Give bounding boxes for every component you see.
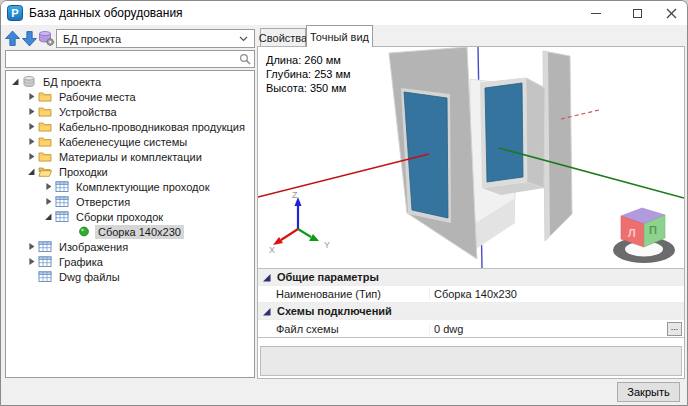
expander-collapsed-icon[interactable] <box>25 136 38 148</box>
browse-button[interactable]: ... <box>667 322 682 336</box>
tree-item-graphics[interactable]: Графика <box>6 254 254 269</box>
maximize-icon <box>633 9 642 18</box>
folder-icon <box>38 105 52 118</box>
expander-collapsed-icon[interactable] <box>25 256 38 268</box>
table-icon <box>55 180 69 193</box>
tree-item-materials[interactable]: Материалы и комплектации <box>6 149 254 164</box>
tree-item-assembly-140x230[interactable]: Сборка 140x230 <box>6 224 254 239</box>
tree-item-penetration-assemblies[interactable]: Сборки проходок <box>6 209 254 224</box>
table-icon <box>38 240 52 253</box>
chevron-down-icon <box>239 36 248 42</box>
table-icon <box>55 210 69 223</box>
tree-item-images[interactable]: Изображения <box>6 239 254 254</box>
tree-item-penetration-components[interactable]: Комплектующие проходок <box>6 179 254 194</box>
expander-collapsed-icon[interactable] <box>25 106 38 118</box>
triad-y-label: Y <box>324 240 330 250</box>
property-group-general[interactable]: Общие параметры <box>258 269 684 286</box>
folder-icon <box>38 90 52 103</box>
property-group-connection-schemes[interactable]: Схемы подключений <box>258 303 684 320</box>
tree-search-box <box>5 50 255 68</box>
maximize-button[interactable] <box>620 1 654 25</box>
property-value[interactable]: Сборка 140x230 <box>429 288 684 300</box>
table-icon <box>55 195 69 208</box>
expander-expanded-icon[interactable] <box>9 76 22 88</box>
minimize-button[interactable] <box>579 1 613 25</box>
cube-left-face-label: Л <box>628 227 636 239</box>
collapse-triangle-icon <box>261 272 273 283</box>
database-settings-button[interactable] <box>37 29 55 47</box>
expander-collapsed-icon[interactable] <box>25 91 38 103</box>
database-tree: БД проекта Рабочие места Устройства Кабе… <box>5 70 255 378</box>
exact-view-tab-page: Z X Y Л П Длина: 260 мм Глубина: 253 мм … <box>257 46 685 379</box>
search-input[interactable] <box>8 52 236 66</box>
property-value[interactable]: 0 dwg <box>429 323 667 335</box>
window-title: База данных оборудования <box>29 6 183 20</box>
property-row-name-type: Наименование (Тип) Сборка 140x230 <box>258 286 684 303</box>
tree-item-cable-products[interactable]: Кабельно-проводниковая продукция <box>6 119 254 134</box>
move-down-button[interactable] <box>21 30 38 47</box>
tab-properties[interactable]: Свойства <box>260 28 306 47</box>
close-window-button[interactable] <box>654 1 688 25</box>
app-icon: P <box>7 5 23 21</box>
tree-item-holes[interactable]: Отверстия <box>6 194 254 209</box>
triad-z-label: Z <box>292 190 298 200</box>
tree-item-penetrations[interactable]: Проходки <box>6 164 254 179</box>
tree-item-workplaces[interactable]: Рабочие места <box>6 89 254 104</box>
expander-collapsed-icon[interactable] <box>42 181 55 193</box>
equipment-database-window: P База данных оборудования БД проекта <box>0 0 688 406</box>
tree-item-db-project[interactable]: БД проекта <box>6 74 254 89</box>
folder-icon <box>38 150 52 163</box>
dimension-height: Высота: 350 мм <box>266 81 351 95</box>
search-icon[interactable] <box>239 53 252 66</box>
triad-x-label: X <box>269 245 275 255</box>
expander-expanded-icon[interactable] <box>42 211 55 223</box>
dimension-length: Длина: 260 мм <box>266 53 351 67</box>
database-icon <box>22 75 36 88</box>
expander-collapsed-icon[interactable] <box>25 151 38 163</box>
dimensions-overlay: Длина: 260 мм Глубина: 253 мм Высота: 35… <box>266 53 351 95</box>
tree-item-dwg-files[interactable]: Dwg файлы <box>6 269 254 284</box>
database-combobox-value: БД проекта <box>63 33 239 45</box>
expander-collapsed-icon[interactable] <box>25 241 38 253</box>
folder-icon <box>38 135 52 148</box>
collapse-triangle-icon <box>261 306 273 317</box>
table-icon <box>38 270 52 283</box>
property-name: Наименование (Тип) <box>258 288 429 300</box>
tree-item-devices[interactable]: Устройства <box>6 104 254 119</box>
property-grid: Общие параметры Наименование (Тип) Сборк… <box>258 268 684 338</box>
cube-right-face-label: П <box>649 224 657 236</box>
open-folder-icon <box>38 165 52 178</box>
selected-tree-label: Сборка 140x230 <box>95 225 184 239</box>
folder-icon <box>38 120 52 133</box>
database-combobox[interactable]: БД проекта <box>56 29 255 48</box>
dimension-depth: Глубина: 253 мм <box>266 67 351 81</box>
expander-expanded-icon[interactable] <box>25 166 38 178</box>
move-up-button[interactable] <box>4 30 21 47</box>
tab-exact-view[interactable]: Точный вид <box>306 25 373 47</box>
close-button[interactable]: Закрыть <box>617 382 680 402</box>
title-bar: P База данных оборудования <box>1 1 687 25</box>
property-row-scheme-file: Файл схемы 0 dwg ... <box>258 320 684 337</box>
expander-collapsed-icon[interactable] <box>25 121 38 133</box>
property-name: Файл схемы <box>258 323 429 335</box>
app-icon-glyph: P <box>11 7 18 19</box>
description-panel <box>260 346 682 376</box>
green-sphere-icon <box>77 225 91 238</box>
minimize-icon <box>591 13 601 14</box>
expander-collapsed-icon[interactable] <box>42 196 55 208</box>
close-icon <box>666 8 677 19</box>
tree-item-cable-systems[interactable]: Кабеленесущие системы <box>6 134 254 149</box>
table-icon <box>38 255 52 268</box>
